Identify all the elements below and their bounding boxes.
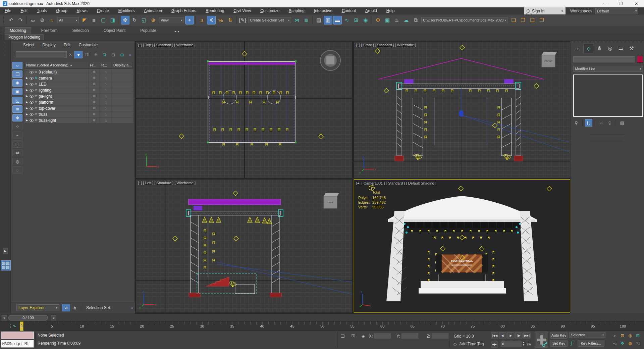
modifier-list-dropdown[interactable]: Modifier List▾ [573, 66, 643, 72]
display-helpers-filter-icon[interactable]: ◺ [12, 97, 22, 104]
viewport-camera[interactable]: [+] [ Camera001 ] [ Standard ] [ Default… [354, 180, 570, 312]
motion-tab[interactable]: ◎ [605, 44, 615, 53]
menu-graph-editors[interactable]: Graph Editors [167, 7, 201, 14]
clear-search-icon[interactable]: ✕ [69, 52, 72, 57]
menu-arnold[interactable]: Arnold [361, 7, 382, 14]
y-coordinate-field[interactable] [401, 333, 419, 339]
expand-panel-arrow[interactable]: ▶ [3, 248, 8, 254]
menu-create[interactable]: Create [92, 7, 114, 14]
hierarchy-tab[interactable]: ⋔ [594, 44, 605, 53]
renderable-toggle-icon[interactable]: ♨ [100, 105, 112, 111]
maximize-button[interactable]: ❐ [613, 0, 629, 7]
renderable-toggle-icon[interactable]: ♨ [100, 81, 112, 87]
set-key-button[interactable]: Set Key [550, 340, 568, 347]
spinner-snap-toggle-icon[interactable]: ⇅ [226, 16, 234, 24]
absolute-offset-mode-icon[interactable]: ◈ [360, 333, 366, 339]
renderable-toggle-icon[interactable]: ♨ [100, 69, 112, 75]
pan-icon[interactable]: ✥ [619, 340, 626, 347]
overflow-chevrons[interactable]: » [131, 306, 132, 310]
next-frame-arrow[interactable]: > [51, 315, 56, 320]
display-shapes-filter-icon[interactable]: ✧ [12, 123, 22, 130]
render-in-cloud-icon[interactable]: ☁ [402, 16, 411, 24]
explorer-menu-select[interactable]: Select [20, 42, 38, 48]
time-slider[interactable]: 0 / 100 [8, 315, 48, 320]
display-selection-sets-filter-icon[interactable]: ◌ [12, 166, 22, 174]
explorer-row-truss[interactable]: ▶≋truss❄♨ [24, 111, 133, 117]
edit-named-selection-sets-icon[interactable]: {✎} [238, 16, 247, 24]
display-cell[interactable] [112, 117, 133, 123]
explorer-row-LED[interactable]: ▶≋LED❄♨ [24, 81, 133, 87]
mini-curve-editor-icon[interactable]: ⋮∿ [8, 323, 16, 329]
frozen-toggle-icon[interactable]: ❄ [88, 69, 100, 75]
frozen-toggle-icon[interactable]: ❄ [88, 75, 100, 81]
configure-modifier-sets-icon[interactable]: ▤ [619, 119, 626, 127]
collapse-all-icon[interactable]: ⊟ [109, 51, 117, 58]
explorer-row-lighting[interactable]: ▶≋lighting❄♨ [24, 87, 133, 93]
viewport-front-label[interactable]: [+] [ Front ] [ Standard ] [ Wireframe ] [356, 43, 416, 47]
window-stack-icon[interactable]: ❑ [528, 16, 537, 24]
layer-icon[interactable]: ≋ [35, 94, 38, 98]
workspace-dropdown[interactable]: Default ▾ [595, 8, 638, 14]
rendered-frame-window-icon[interactable]: ▣ [383, 16, 392, 24]
key-mode-toggle-button[interactable]: ◀▶ [491, 341, 498, 348]
expand-arrow-icon[interactable]: ▶ [25, 83, 29, 86]
toggle-layer-explorer-icon[interactable]: ▥ [324, 16, 332, 24]
minimize-button[interactable]: — [598, 0, 613, 7]
ribbon-grip[interactable] [1, 27, 3, 33]
renderable-toggle-icon[interactable]: ♨ [100, 93, 112, 99]
bind-to-space-warp-icon[interactable]: ≈ [47, 16, 56, 24]
display-materials-filter-icon[interactable]: ◍ [12, 158, 22, 165]
display-lights-filter-icon[interactable]: ✺ [12, 79, 22, 87]
menu-scripting[interactable]: Scripting [284, 7, 309, 14]
viewport-front[interactable]: [+] [ Front ] [ Standard ] [ Wireframe ] [354, 42, 570, 178]
viewport-top[interactable]: [+] [ Top ] [ Standard ] [ Wireframe ] [136, 42, 352, 178]
ribbon-tab-selection[interactable]: Selection [67, 28, 93, 34]
explorer-menu-customize[interactable]: Customize [75, 42, 101, 48]
set-keys-button[interactable] [535, 332, 548, 348]
renderable-toggle-icon[interactable]: ♨ [100, 99, 112, 105]
named-selection-sets-dropdown[interactable]: Create Selection Set▾ [248, 17, 291, 23]
expand-arrow-icon[interactable]: ▶ [25, 101, 29, 104]
layer-icon[interactable]: ≋ [35, 70, 38, 74]
explorer-menu-edit[interactable]: Edit [60, 42, 74, 48]
menu-rendering[interactable]: Rendering [201, 7, 229, 14]
remove-modifier-icon[interactable]: ⍜ [606, 119, 613, 127]
layer-icon[interactable]: ≋ [35, 112, 38, 116]
select-and-place-icon[interactable]: ⊕ [149, 16, 158, 24]
select-and-move-icon[interactable]: ✜ [121, 16, 129, 24]
key-filters-button[interactable]: Key Filters... [578, 340, 604, 347]
window-gear-icon[interactable]: ❏ [509, 16, 518, 24]
select-by-name-icon[interactable]: ≡ [90, 16, 98, 24]
redo-icon[interactable]: ↷ [16, 16, 25, 24]
menu-file[interactable]: File [0, 7, 16, 14]
toggle-ribbon-icon[interactable]: ▬ [333, 16, 342, 24]
hierarchy-mode-icon[interactable]: ⋔ [71, 304, 79, 311]
select-object-icon[interactable]: ◤ [80, 16, 89, 24]
display-groups-filter-icon[interactable]: ❖ [12, 114, 22, 121]
window-flag-icon[interactable]: ❒ [537, 16, 546, 24]
modify-tab[interactable]: ◇ [583, 44, 594, 53]
visibility-eye-icon[interactable] [30, 107, 34, 110]
frozen-toggle-icon[interactable]: ❄ [88, 111, 100, 117]
filter-icon[interactable]: ▼ [74, 51, 83, 58]
close-button[interactable]: ✕ [629, 0, 644, 7]
object-name-field[interactable] [573, 56, 635, 62]
modifier-stack[interactable] [573, 74, 643, 117]
sign-in-button[interactable]: Sign In ▾ [524, 7, 566, 14]
percent-snap-toggle-icon[interactable]: % [216, 16, 225, 24]
renderable-toggle-icon[interactable]: ♨ [100, 111, 112, 117]
display-cameras-filter-icon[interactable]: ▣ [12, 88, 22, 95]
visibility-eye-icon[interactable] [30, 89, 34, 92]
maxscript-mini-listener[interactable]: MAXScript Mi [1, 340, 34, 348]
render-production-icon[interactable]: ♨ [392, 16, 401, 24]
reference-coordsys-dropdown[interactable]: View▾ [159, 17, 184, 23]
make-unique-icon[interactable]: ∴ [597, 119, 605, 127]
ribbon-grip[interactable] [1, 35, 3, 40]
next-frame-button[interactable]: |▶ [515, 332, 523, 339]
display-cell[interactable] [112, 111, 133, 117]
create-tab[interactable]: + [573, 44, 583, 53]
display-tab[interactable]: ▭ [615, 44, 626, 53]
display-none-filter-icon[interactable]: ○ [12, 62, 22, 69]
zoom-extents-icon[interactable]: ◎ [627, 332, 634, 339]
window-crossing-icon[interactable]: ◨ [108, 16, 117, 24]
